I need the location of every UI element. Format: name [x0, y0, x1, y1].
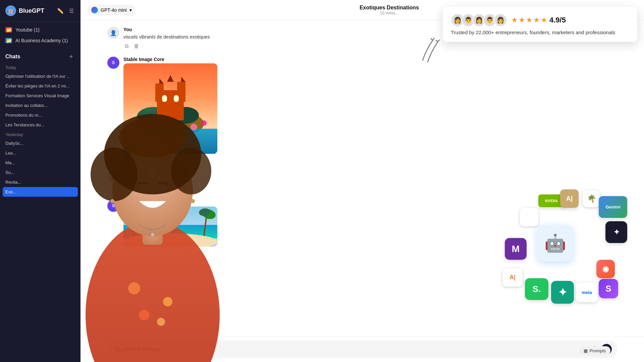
prompts-button[interactable]: ▦ Prompts — [579, 346, 610, 355]
message-actions: ⧉ 🗑 — [123, 43, 617, 50]
yesterday-label: Yesterday — [3, 130, 78, 138]
chat-item[interactable]: Su... — [3, 168, 78, 177]
svg-point-13 — [136, 121, 144, 129]
svg-point-15 — [201, 120, 207, 126]
chat-item[interactable]: Invitation au collabo... — [3, 101, 78, 110]
stable-avatar: S — [107, 57, 119, 69]
input-bar: 📎 🎤 ➤ ▦ Prompts — [80, 336, 644, 362]
sketch-arrows — [416, 34, 443, 68]
social-proof-card: 👩 👨 👩 👨 👩 ★★★★★ 4.9/5 Trusted by 22,000+… — [443, 7, 637, 42]
sidebar: 🤖 BlueGPT ✏️ ☰ 📁 Youtube (1) 📁 AI Busine… — [0, 0, 80, 362]
chat-item[interactable]: Promotions du m... — [3, 110, 78, 120]
sp-top: 👩 👨 👩 👨 👩 ★★★★★ 4.9/5 — [451, 13, 629, 27]
gemini-text-logo: Gemini — [599, 196, 627, 218]
generated-image-2 — [123, 206, 217, 247]
stars-icon: ★★★★★ — [511, 16, 548, 24]
rating-value: 4.9/5 — [549, 16, 566, 24]
chats-header: Chats + — [0, 49, 80, 63]
svg-point-14 — [191, 124, 197, 130]
folder-youtube-label: Youtube (1) — [15, 27, 40, 33]
message-sender: Stable Image Core — [123, 57, 617, 62]
edit-icon-button[interactable]: ✏️ — [56, 6, 65, 15]
meta-logo: meta — [576, 282, 598, 302]
delete-button[interactable]: 🗑 — [132, 43, 141, 50]
model-name: GPT-4o mini — [101, 7, 127, 13]
chats-label: Chats — [5, 54, 20, 60]
copy-button[interactable]: ⧉ — [123, 43, 130, 50]
openai-logo: ✦ — [551, 281, 574, 304]
chat-item[interactable]: Optimiser l'utilisation de l'IA sur ... — [3, 71, 78, 81]
delete-button[interactable]: 🗑 — [132, 186, 141, 193]
sp-avatars: 👩 👨 👩 👨 👩 — [451, 13, 507, 27]
chat-item[interactable]: Lea... — [3, 148, 78, 158]
input-wrapper: 📎 🎤 ➤ — [107, 341, 617, 358]
ai-logos-cluster: NVIDIA. A| 🌴 Gemini ✦ 🤖 M A| ◉ S. ✦ — [490, 188, 631, 335]
folders-section: 📁 Youtube (1) 📁 AI Business Academy (1) — [0, 22, 80, 49]
model-selector-button[interactable]: GPT-4o mini ▾ — [87, 5, 136, 15]
chat-item[interactable]: Éviter les pièges de l'IA en 2 mi... — [3, 81, 78, 91]
message-actions: 🗑 — [123, 156, 617, 163]
message-text: plage des maldives, realiste — [123, 177, 617, 184]
chevron-down-icon: ▾ — [129, 7, 132, 13]
folder-ai-academy-label: AI Business Academy (1) — [15, 38, 68, 43]
message-group-assistant-1: S Stable Image Core — [107, 57, 617, 163]
user-avatar: 👤 — [107, 170, 119, 182]
prompts-icon: ▦ — [584, 348, 588, 353]
prompts-label: Prompts — [590, 348, 606, 353]
delete-image-button[interactable]: 🗑 — [123, 156, 131, 163]
chat-item-active[interactable]: Exo... — [3, 187, 78, 197]
stability-logo: S. — [525, 278, 548, 300]
folder-ai-academy[interactable]: 📁 AI Business Academy (1) — [0, 35, 80, 46]
anthropic-ai-logo: A| — [502, 268, 523, 287]
colorful-logo: ◉ — [596, 260, 615, 278]
copy-button[interactable]: ⧉ — [123, 186, 130, 193]
user-avatar: 👤 — [107, 27, 119, 39]
anthropic-logo: A| — [560, 189, 579, 208]
sidebar-icons: ✏️ ☰ — [56, 6, 75, 15]
folder-red-icon: 📁 — [5, 27, 12, 33]
chat-item[interactable]: Ma... — [3, 158, 78, 168]
mystical-logo: M — [505, 238, 527, 260]
sp-rating: ★★★★★ 4.9/5 — [511, 16, 566, 24]
model-icon — [91, 7, 98, 13]
svg-rect-10 — [162, 95, 167, 102]
perplexity-logo: ✦ — [605, 221, 627, 243]
palm-logo: 🌴 — [583, 190, 600, 207]
svg-rect-12 — [123, 129, 217, 154]
sp-tagline: Trusted by 22,000+ entrepreneurs, founde… — [451, 29, 629, 35]
logo-icon: 🤖 — [5, 5, 16, 16]
attach-button[interactable]: 📎 — [113, 345, 121, 354]
microsoft-logo — [520, 208, 538, 226]
sp-avatar: 👩 — [494, 13, 507, 27]
generated-image-1 — [123, 63, 217, 154]
message-content: Stable Image Core — [123, 57, 617, 163]
chats-list: Today Optimiser l'utilisation de l'IA su… — [0, 63, 80, 362]
chat-item[interactable]: Les Tendances du... — [3, 120, 78, 130]
folder-blue-icon: 📁 — [5, 38, 12, 43]
add-chat-button[interactable]: + — [67, 53, 75, 61]
chat-item[interactable]: Formation Services Visual Image — [3, 91, 78, 101]
folder-youtube[interactable]: 📁 Youtube (1) — [0, 24, 80, 35]
chat-item[interactable]: DailySc... — [3, 138, 78, 148]
sidebar-header: 🤖 BlueGPT ✏️ ☰ — [0, 0, 80, 22]
today-label: Today — [3, 63, 78, 71]
s-purple-logo: S — [599, 279, 618, 298]
chat-input[interactable] — [125, 347, 584, 352]
app-name: BlueGPT — [19, 7, 44, 14]
svg-rect-11 — [174, 95, 179, 102]
logo-area[interactable]: 🤖 BlueGPT — [5, 5, 44, 16]
bluegpt-logo-large: 🤖 — [537, 225, 574, 261]
menu-icon-button[interactable]: ☰ — [68, 6, 75, 15]
message-sender: You — [123, 170, 617, 175]
message-row: S Stable Image Core — [107, 57, 617, 163]
chat-item[interactable]: Revita... — [3, 177, 78, 187]
stable-avatar: S — [107, 200, 119, 212]
